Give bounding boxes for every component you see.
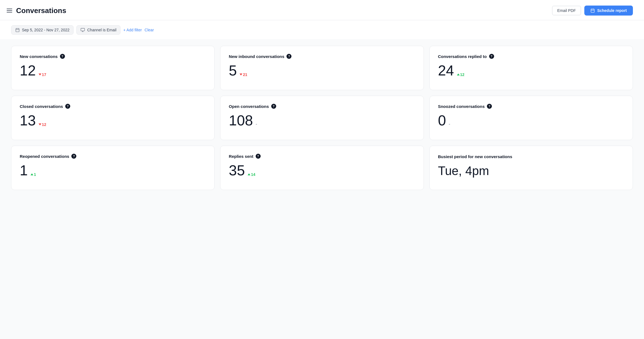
card-value: 0 [438, 113, 446, 128]
card-open-conversations: Open conversations ? 108 - [220, 96, 424, 140]
svg-rect-8 [81, 28, 85, 31]
email-pdf-button[interactable]: Email PDF [552, 6, 581, 15]
svg-rect-0 [591, 9, 594, 12]
up-arrow-icon [457, 74, 460, 75]
card-snoozed-conversations: Snoozed conversations ? 0 - [429, 96, 633, 140]
schedule-icon [590, 8, 595, 13]
help-icon[interactable]: ? [256, 154, 261, 159]
help-icon[interactable]: ? [60, 54, 65, 59]
delta-indicator: 21 [240, 72, 247, 77]
up-arrow-icon [248, 173, 250, 175]
card-value: 5 [229, 63, 237, 78]
clear-filters-button[interactable]: Clear [145, 28, 154, 32]
delta-indicator: 14 [248, 172, 255, 177]
schedule-report-button[interactable]: Schedule report [584, 6, 633, 16]
delta-indicator: - [449, 122, 450, 127]
card-new-conversations: New conversations ? 12 17 [11, 46, 215, 90]
delta-indicator: 17 [39, 72, 46, 77]
help-icon[interactable]: ? [65, 104, 70, 109]
cards-grid: New conversations ? 12 17 New inbound co… [11, 46, 633, 190]
card-value: 24 [438, 63, 454, 78]
down-arrow-icon [39, 74, 41, 75]
down-arrow-icon [240, 74, 242, 75]
page-title: Conversations [16, 6, 66, 15]
down-arrow-icon [39, 123, 41, 125]
card-value: Tue, 4pm [438, 164, 624, 178]
add-filter-button[interactable]: + Add filter [123, 28, 142, 32]
delta-indicator: 1 [31, 172, 36, 177]
card-value-row: 24 12 [438, 63, 624, 78]
card-value: 108 [229, 113, 253, 128]
help-icon[interactable]: ? [489, 54, 494, 59]
help-icon[interactable]: ? [71, 154, 76, 159]
card-value-row: 0 - [438, 113, 624, 128]
date-range-filter[interactable]: Sep 5, 2022 - Nov 27, 2022 [11, 25, 74, 35]
card-busiest-period: Busiest period for new conversations Tue… [429, 146, 633, 190]
main-content: New conversations ? 12 17 New inbound co… [0, 39, 644, 197]
help-icon[interactable]: ? [286, 54, 291, 59]
card-label: New inbound conversations ? [229, 54, 415, 59]
card-value-row: 1 1 [20, 163, 206, 178]
page-header: Conversations Email PDF Schedule report [0, 0, 644, 20]
help-icon[interactable]: ? [271, 104, 276, 109]
card-label: Open conversations ? [229, 104, 415, 109]
card-value-row: 13 12 [20, 113, 206, 128]
card-label: Conversations replied to ? [438, 54, 624, 59]
card-replies-sent: Replies sent ? 35 14 [220, 146, 424, 190]
header-left: Conversations [7, 6, 66, 15]
card-value-row: 5 21 [229, 63, 415, 78]
card-label: Closed conversations ? [20, 104, 206, 109]
card-value: 13 [20, 113, 36, 128]
delta-indicator: 12 [39, 122, 46, 127]
svg-rect-4 [16, 29, 19, 32]
channel-filter[interactable]: Channel is Email [76, 25, 120, 35]
card-value: 1 [20, 163, 28, 178]
card-value-row: 35 14 [229, 163, 415, 178]
card-reopened-conversations: Reopened conversations ? 1 1 [11, 146, 215, 190]
card-label: Reopened conversations ? [20, 154, 206, 159]
card-value: 12 [20, 63, 36, 78]
card-value-row: 12 17 [20, 63, 206, 78]
card-label: Replies sent ? [229, 154, 415, 159]
up-arrow-icon [31, 173, 33, 175]
menu-icon[interactable] [7, 9, 12, 12]
delta-indicator: - [256, 122, 257, 127]
monitor-icon [80, 28, 85, 32]
card-conversations-replied: Conversations replied to ? 24 12 [429, 46, 633, 90]
card-label: Snoozed conversations ? [438, 104, 624, 109]
calendar-icon [15, 28, 20, 32]
card-closed-conversations: Closed conversations ? 13 12 [11, 96, 215, 140]
card-new-inbound: New inbound conversations ? 5 21 [220, 46, 424, 90]
card-value-row: 108 - [229, 113, 415, 128]
card-label: New conversations ? [20, 54, 206, 59]
help-icon[interactable]: ? [487, 104, 492, 109]
filters-bar: Sep 5, 2022 - Nov 27, 2022 Channel is Em… [0, 20, 644, 39]
card-value: 35 [229, 163, 245, 178]
card-label: Busiest period for new conversations [438, 154, 624, 160]
delta-indicator: 12 [457, 72, 465, 77]
header-actions: Email PDF Schedule report [552, 6, 633, 16]
